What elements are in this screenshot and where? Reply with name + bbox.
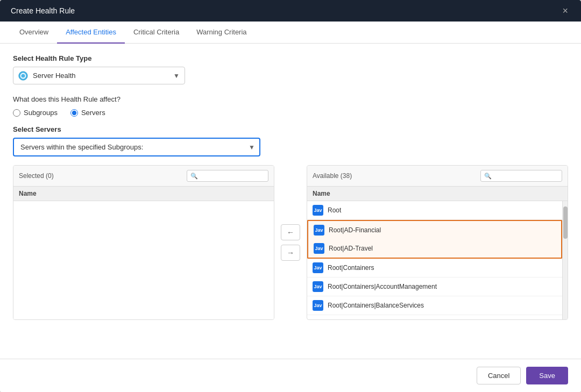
tab-warning-criteria[interactable]: Warning Criteria xyxy=(188,22,255,44)
selected-search-box[interactable]: 🔍 xyxy=(187,170,268,182)
radio-subgroups-input[interactable] xyxy=(13,109,20,117)
dual-list-container: Selected (0) 🔍 Name ← → Ava xyxy=(13,165,568,320)
tabs-bar: Overview Affected Entities Critical Crit… xyxy=(0,22,581,44)
list-item[interactable]: JavRoot|AD-Financial xyxy=(307,220,562,239)
row-icon: Jav xyxy=(313,300,323,311)
radio-group: Subgroups Servers xyxy=(13,109,568,117)
available-search-box[interactable]: 🔍 xyxy=(480,170,562,182)
available-panel: Available (38) 🔍 Name JavRootJavRoot|AD-… xyxy=(307,165,568,320)
row-text: Root|Containers xyxy=(328,264,374,272)
tab-critical-criteria[interactable]: Critical Criteria xyxy=(125,22,188,44)
transfer-buttons: ← → xyxy=(274,224,307,261)
radio-servers-label: Servers xyxy=(81,109,105,117)
row-icon: Jav xyxy=(313,205,323,216)
select-servers-label: Select Servers xyxy=(13,125,568,133)
radio-subgroups[interactable]: Subgroups xyxy=(13,109,58,117)
list-item[interactable]: JavRoot|Containers xyxy=(307,259,562,277)
available-col-name: Name xyxy=(307,187,568,201)
save-button[interactable]: Save xyxy=(526,367,568,384)
scroll-thumb xyxy=(563,206,568,239)
row-text: Root xyxy=(328,206,341,214)
list-item[interactable]: JavRoot|Containers|BalanceServices xyxy=(307,296,562,315)
available-search-input[interactable] xyxy=(494,172,558,180)
row-icon: Jav xyxy=(313,281,323,292)
row-text: Root|AD-Financial xyxy=(329,226,381,234)
selected-count: Selected (0) xyxy=(19,172,54,180)
transfer-left-button[interactable]: ← xyxy=(281,224,300,240)
health-rule-type-label: Select Health Rule Type xyxy=(13,54,568,62)
modal-footer: Cancel Save xyxy=(0,359,581,392)
svg-point-0 xyxy=(19,71,27,80)
tab-affected-entities[interactable]: Affected Entities xyxy=(57,22,125,44)
close-button[interactable]: × xyxy=(560,4,570,18)
list-item[interactable]: JavRoot xyxy=(307,201,562,220)
radio-subgroups-label: Subgroups xyxy=(24,109,58,117)
row-text: Root|Containers|AccountManagement xyxy=(328,283,437,290)
scrollbar[interactable] xyxy=(562,201,568,319)
available-count: Available (38) xyxy=(313,172,352,180)
row-icon: Jav xyxy=(314,243,324,254)
radio-servers-input[interactable] xyxy=(70,109,78,117)
available-list-body: JavRootJavRoot|AD-FinancialJavRoot|AD-Tr… xyxy=(307,201,562,319)
available-search-icon: 🔍 xyxy=(484,173,492,180)
available-panel-header: Available (38) 🔍 xyxy=(307,166,568,187)
row-text: Root|Containers|BalanceServices xyxy=(328,302,424,309)
available-list-body-wrapper: JavRootJavRoot|AD-FinancialJavRoot|AD-Tr… xyxy=(307,201,568,319)
selected-list-body xyxy=(13,201,274,319)
servers-dropdown-select[interactable]: Servers within the specified Subgroups: xyxy=(13,138,260,156)
selected-col-name: Name xyxy=(13,187,274,201)
cancel-button[interactable]: Cancel xyxy=(477,367,521,384)
affects-question: What does this Health Rule affect? xyxy=(13,95,568,103)
health-rule-type-select[interactable]: Server Health xyxy=(13,67,185,84)
server-health-icon xyxy=(18,71,28,81)
health-rule-type-dropdown-wrapper: Server Health ▼ xyxy=(13,67,185,84)
servers-dropdown-wrapper: Servers within the specified Subgroups: … xyxy=(13,138,260,156)
selected-search-input[interactable] xyxy=(200,172,265,180)
selected-panel-header: Selected (0) 🔍 xyxy=(13,166,274,187)
radio-servers[interactable]: Servers xyxy=(70,109,105,117)
modal-header: Create Health Rule × xyxy=(0,0,581,22)
modal-title: Create Health Rule xyxy=(11,6,75,15)
selected-search-icon: 🔍 xyxy=(190,173,198,180)
modal-body: Select Health Rule Type Server Health ▼ … xyxy=(0,44,581,359)
selected-panel: Selected (0) 🔍 Name xyxy=(13,165,274,320)
list-item[interactable]: JavRoot|Containers|AccountManagement xyxy=(307,277,562,296)
row-icon: Jav xyxy=(313,262,323,273)
tab-overview[interactable]: Overview xyxy=(11,22,57,44)
row-icon: Jav xyxy=(314,225,324,236)
row-text: Root|AD-Travel xyxy=(329,245,373,252)
transfer-right-button[interactable]: → xyxy=(281,245,300,261)
list-item[interactable]: JavRoot|AD-Travel xyxy=(307,239,562,259)
